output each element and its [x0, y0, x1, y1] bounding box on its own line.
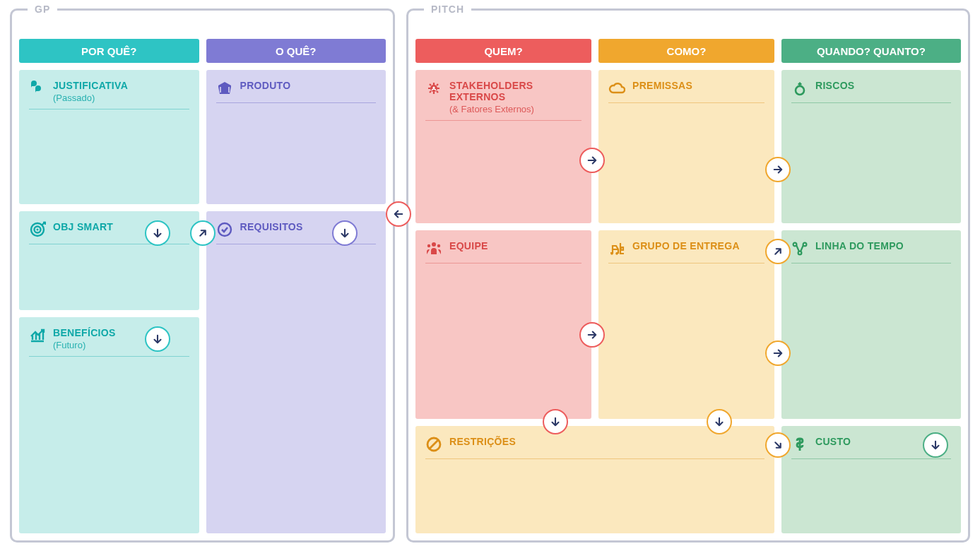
card-stakeholders-title: STAKEHOLDERS EXTERNOS	[449, 80, 581, 102]
column-why: POR QUÊ? JUSTIFICATIVA (Passado) OBJ SMA…	[19, 39, 199, 533]
target-icon	[29, 221, 46, 238]
header-what: O QUÊ?	[206, 39, 386, 63]
card-produto-title: PRODUTO	[240, 80, 377, 91]
panel-pitch-label: PITCH	[424, 4, 471, 15]
card-obj: OBJ SMART	[19, 211, 199, 310]
box-icon	[216, 80, 233, 97]
check-icon	[216, 221, 233, 238]
card-riscos-title: RISCOS	[815, 80, 951, 91]
arrow-down-icon	[543, 409, 568, 434]
arrow-down-icon	[145, 326, 170, 352]
card-equipe: EQUIPE	[415, 230, 591, 419]
arrow-left-icon	[386, 201, 411, 227]
cloud-icon	[608, 80, 625, 97]
arrow-down-icon	[707, 409, 732, 434]
arrow-right-icon	[579, 148, 605, 173]
card-linha-title: LINHA DO TEMPO	[815, 240, 951, 251]
arrow-down-icon	[145, 220, 170, 246]
column-when: QUANDO? QUANTO? RISCOS LINHA DO TEMPO	[781, 39, 961, 533]
team-icon	[425, 240, 442, 257]
arrow-right-icon	[579, 322, 605, 348]
arrow-right-icon	[765, 340, 791, 366]
card-premissas-title: PREMISSAS	[632, 80, 764, 91]
card-restricoes-title: RESTRIÇÕES	[449, 436, 764, 447]
card-grupo-title: GRUPO DE ENTREGA	[632, 240, 764, 251]
header-why: POR QUÊ?	[19, 39, 199, 63]
column-who-how-group: QUEM? COMO? STAKEHOLDERS EXTERNOS (& Fat…	[415, 39, 774, 533]
header-who: QUEM?	[415, 39, 591, 63]
growth-icon	[29, 327, 46, 344]
panel-gp-label: GP	[28, 4, 57, 15]
timeline-icon	[791, 240, 808, 257]
arrow-downright-icon	[765, 432, 791, 458]
panel-gp: GP POR QUÊ? JUSTIFICATIVA (Passado)	[10, 8, 395, 543]
ring-icon	[791, 80, 808, 97]
card-premissas: PREMISSAS	[598, 70, 774, 223]
card-requisitos: REQUISITOS	[206, 211, 386, 533]
arrow-down-icon	[923, 432, 948, 458]
card-justificativa: JUSTIFICATIVA (Passado)	[19, 70, 199, 204]
arrow-upright-icon	[190, 220, 216, 246]
card-equipe-title: EQUIPE	[449, 240, 581, 251]
column-what: O QUÊ? PRODUTO REQUISITOS	[206, 39, 386, 533]
card-riscos: RISCOS	[781, 70, 961, 223]
card-stakeholders: STAKEHOLDERS EXTERNOS (& Fatores Externo…	[415, 70, 591, 223]
card-produto: PRODUTO	[206, 70, 386, 204]
gear-user-icon	[425, 80, 442, 97]
card-justificativa-title: JUSTIFICATIVA	[53, 80, 189, 91]
arrow-right-icon	[765, 157, 791, 182]
header-when: QUANDO? QUANTO?	[781, 39, 961, 63]
ban-icon	[425, 436, 442, 453]
card-beneficios: BENEFÍCIOS (Futuro)	[19, 317, 199, 533]
dollar-icon	[791, 436, 808, 453]
card-justificativa-sub: (Passado)	[53, 93, 189, 103]
card-grupo: GRUPO DE ENTREGA	[598, 230, 774, 419]
arrow-upright-icon	[765, 239, 791, 264]
forklift-icon	[608, 240, 625, 257]
panel-pitch: PITCH QUEM? COMO? STAKEHOLDERS EXTERNOS …	[406, 8, 970, 543]
arrow-down-icon	[332, 220, 358, 246]
header-how: COMO?	[598, 39, 774, 63]
card-stakeholders-sub: (& Fatores Externos)	[449, 104, 581, 114]
card-restricoes: RESTRIÇÕES	[415, 426, 774, 533]
card-linha: LINHA DO TEMPO	[781, 230, 961, 419]
chat-icon	[29, 80, 46, 97]
